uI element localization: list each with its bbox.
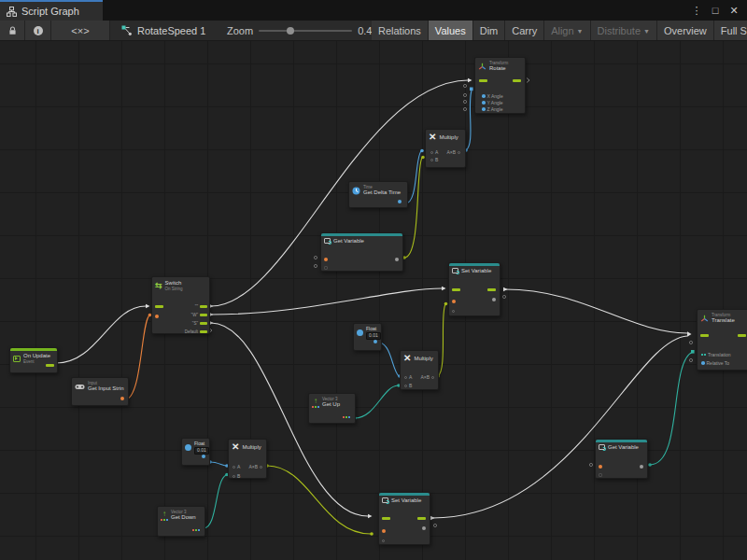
graph-canvas[interactable]: On Update Event Input Get Input Strin	[0, 41, 747, 560]
a-in-port[interactable]	[430, 151, 433, 154]
node-multiply[interactable]: ✕ Multiply A A×B B	[425, 129, 466, 168]
name-in-port[interactable]	[452, 300, 456, 303]
align-menu[interactable]: Align▼	[544, 21, 590, 41]
flow-in-port[interactable]	[479, 79, 487, 82]
value-in-port[interactable]	[382, 539, 385, 542]
result-out-port[interactable]	[458, 151, 460, 154]
chevron-down-icon: ▼	[643, 28, 650, 35]
z-angle-port[interactable]	[482, 107, 486, 111]
float-value-field[interactable]: 0.01	[366, 332, 381, 340]
relative-to-port[interactable]	[701, 361, 705, 365]
name-in-port[interactable]	[324, 258, 328, 261]
distribute-menu[interactable]: Distribute▼	[591, 21, 657, 41]
flow-out-port[interactable]	[46, 364, 54, 367]
flow-out-port[interactable]	[417, 517, 426, 520]
switch-case-row[interactable]: ""	[195, 304, 207, 309]
b-in-port[interactable]	[404, 385, 407, 387]
b-in-port[interactable]	[430, 159, 433, 161]
vector3-out-port[interactable]	[192, 529, 200, 531]
fullscreen-button[interactable]: Full Screen	[714, 21, 747, 41]
value-out-port[interactable]	[395, 258, 399, 261]
flow-out-port[interactable]	[200, 322, 207, 325]
string-out-port[interactable]	[120, 397, 124, 400]
x-angle-port[interactable]	[482, 94, 486, 98]
float-value-field[interactable]: 0.01	[194, 447, 209, 455]
vector3-out-port[interactable]	[343, 416, 350, 418]
name-in-port[interactable]	[599, 465, 602, 469]
node-title: Get Delta Time	[363, 189, 401, 196]
a-in-port[interactable]	[233, 466, 235, 469]
result-out-port[interactable]	[260, 466, 262, 469]
b-in-port[interactable]	[233, 475, 235, 478]
flow-out-port[interactable]	[738, 334, 746, 337]
flow-out-port[interactable]	[513, 79, 521, 82]
node-multiply[interactable]: ✕ Multiply A A×B B	[228, 439, 267, 479]
flow-in-port[interactable]	[700, 334, 709, 337]
node-transform-rotate[interactable]: Transform Rotate X Angle Y Angle Z Angle	[474, 57, 526, 114]
y-angle-port[interactable]	[482, 101, 486, 105]
node-multiply[interactable]: ✕ Multiply A A×B B	[400, 350, 439, 390]
value-out-port[interactable]	[422, 526, 426, 530]
relations-toggle[interactable]: Relations	[372, 21, 429, 41]
window-menu-icon[interactable]: ⋮	[689, 5, 704, 17]
code-preview-button[interactable]: <×>	[51, 21, 110, 41]
fallback-port[interactable]	[599, 473, 602, 477]
value-in-port[interactable]	[452, 310, 455, 313]
node-on-update[interactable]: On Update Event	[9, 347, 58, 373]
gamepad-icon	[75, 384, 85, 390]
float-out-port[interactable]	[374, 340, 377, 343]
flow-in-port[interactable]	[382, 517, 390, 520]
node-set-variable[interactable]: Set Variable	[448, 262, 500, 316]
lock-button[interactable]	[0, 21, 25, 41]
float-out-port[interactable]	[202, 455, 205, 458]
overview-button[interactable]: Overview	[657, 21, 714, 41]
dim-toggle[interactable]: Dim	[473, 21, 506, 41]
node-vector3-get-up[interactable]: ↑ Vector 3 Get Up	[308, 393, 356, 424]
carry-toggle[interactable]: Carry	[505, 21, 544, 41]
close-icon[interactable]: ✕	[726, 5, 741, 17]
node-vector3-get-down[interactable]: ↑ Vector 3 Get Down	[157, 506, 205, 537]
flow-out-port[interactable]	[200, 305, 207, 308]
wire-setvariable-translate-1	[505, 289, 687, 333]
port-label: Y Angle	[487, 100, 503, 105]
vector3-icon: ↑	[312, 398, 319, 408]
selector-in-port[interactable]	[155, 315, 159, 318]
maximize-icon[interactable]: □	[708, 5, 723, 16]
value-out-port[interactable]	[640, 465, 643, 469]
switch-case-row[interactable]: "S"	[192, 321, 207, 326]
port-label: B	[435, 157, 438, 162]
node-float-literal[interactable]: Float 0.01	[181, 438, 210, 466]
node-get-delta-time[interactable]: Time Get Delta Time	[348, 181, 408, 208]
flow-out-port[interactable]	[487, 288, 496, 291]
switch-case-row[interactable]: Default	[185, 329, 207, 334]
variable-icon	[324, 238, 331, 244]
graph-breadcrumb[interactable]: RotateSpeed 1	[121, 21, 205, 41]
title-bar: Script Graph ⋮ □ ✕	[0, 0, 747, 21]
multiply-icon: ✕	[232, 442, 239, 452]
switch-case-row[interactable]: "W"	[191, 313, 207, 317]
flow-in-port[interactable]	[452, 288, 460, 291]
flow-in-port[interactable]	[155, 305, 163, 308]
node-float-literal[interactable]: Float 0.01	[353, 323, 382, 351]
node-get-variable[interactable]: Get Variable	[595, 439, 648, 479]
info-button[interactable]: i	[25, 21, 51, 41]
zoom-slider[interactable]	[259, 30, 352, 32]
result-out-port[interactable]	[431, 376, 434, 379]
values-toggle[interactable]: Values	[429, 21, 473, 41]
zoom-slider-thumb[interactable]	[287, 27, 294, 35]
node-transform-translate[interactable]: Transform Translate Translation Relative…	[697, 309, 747, 371]
node-get-input-string[interactable]: Input Get Input Strin	[71, 377, 129, 406]
flow-out-port[interactable]	[200, 314, 207, 316]
flow-out-port[interactable]	[200, 330, 207, 333]
translation-port[interactable]	[701, 354, 706, 356]
name-in-port[interactable]	[382, 529, 386, 533]
float-out-port[interactable]	[398, 200, 402, 203]
fallback-port[interactable]	[324, 266, 328, 270]
node-set-variable[interactable]: Set Variable	[378, 492, 430, 545]
node-switch-on-string[interactable]: ⇆ Switch On String "" "W" "S" Default	[151, 276, 210, 334]
wires-layer	[0, 41, 747, 560]
node-get-variable[interactable]: Get Variable	[320, 232, 403, 272]
value-out-port[interactable]	[492, 298, 496, 301]
tab-script-graph[interactable]: Script Graph	[0, 0, 103, 21]
a-in-port[interactable]	[404, 376, 407, 379]
